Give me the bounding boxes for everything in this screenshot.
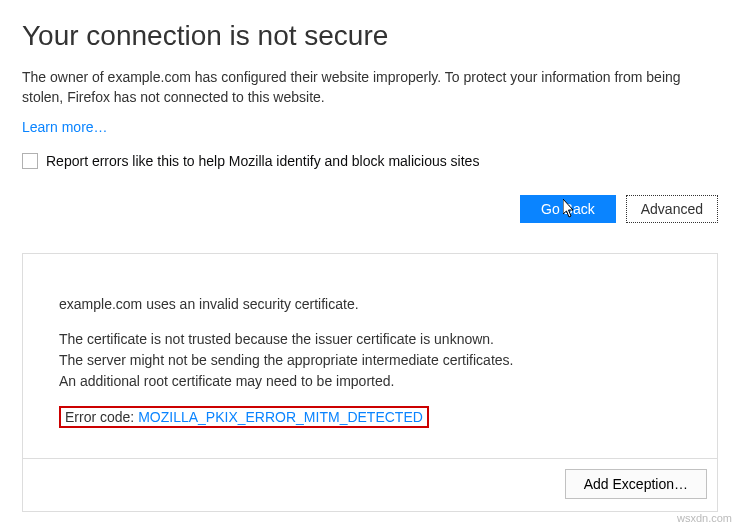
action-button-row: Go Back Advanced bbox=[22, 195, 718, 223]
go-back-label: Go Back bbox=[541, 201, 595, 217]
cert-msg-root: An additional root certificate may need … bbox=[59, 371, 681, 392]
report-errors-label: Report errors like this to help Mozilla … bbox=[46, 153, 479, 169]
cert-msg-intermediate: The server might not be sending the appr… bbox=[59, 350, 681, 371]
warning-description: The owner of example.com has configured … bbox=[22, 68, 718, 107]
page-title: Your connection is not secure bbox=[22, 20, 718, 52]
cert-msg-not-trusted: The certificate is not trusted because t… bbox=[59, 329, 681, 350]
learn-more-link[interactable]: Learn more… bbox=[22, 119, 108, 135]
error-code-label: Error code: bbox=[65, 409, 138, 425]
watermark-text: wsxdn.com bbox=[677, 512, 732, 524]
cert-msg-invalid: example.com uses an invalid security cer… bbox=[59, 294, 681, 315]
report-errors-checkbox[interactable] bbox=[22, 153, 38, 169]
error-code-link[interactable]: MOZILLA_PKIX_ERROR_MITM_DETECTED bbox=[138, 409, 423, 425]
certificate-details-panel: example.com uses an invalid security cer… bbox=[22, 253, 718, 512]
error-code-highlight: Error code: MOZILLA_PKIX_ERROR_MITM_DETE… bbox=[59, 406, 429, 428]
add-exception-button[interactable]: Add Exception… bbox=[565, 469, 707, 499]
advanced-button[interactable]: Advanced bbox=[626, 195, 718, 223]
report-errors-row: Report errors like this to help Mozilla … bbox=[22, 153, 718, 169]
go-back-button[interactable]: Go Back bbox=[520, 195, 616, 223]
details-footer: Add Exception… bbox=[23, 458, 717, 511]
